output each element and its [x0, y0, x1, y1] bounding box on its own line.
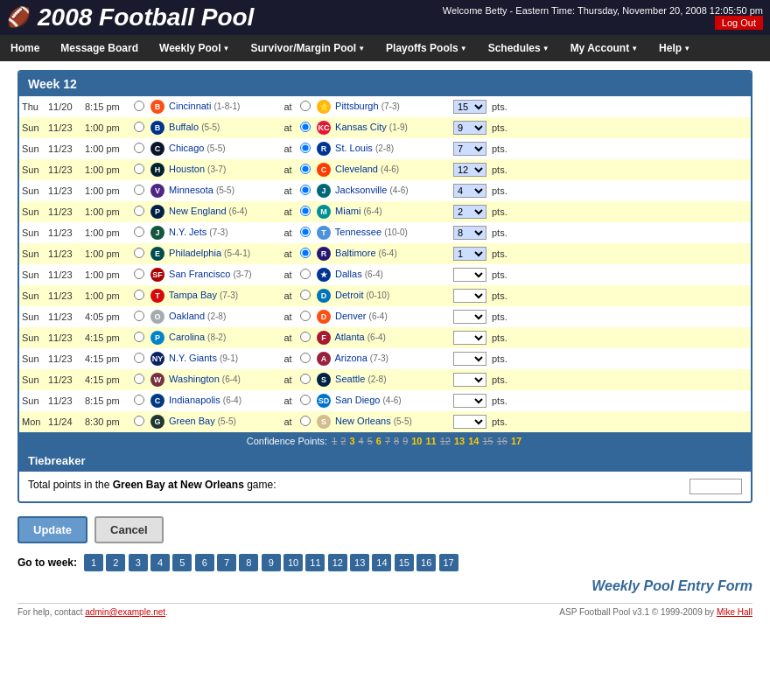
pts-select[interactable]: 12345678910111213141516	[453, 352, 486, 366]
away-radio[interactable]	[300, 248, 311, 258]
nav-weekly-pool[interactable]: Weekly Pool ▼	[149, 35, 240, 61]
pts-select[interactable]: 12345678910111213141516	[453, 268, 486, 282]
home-radio[interactable]	[134, 227, 144, 237]
table-row: Sun 11/23 1:00 pm SF San Francisco (3-7)…	[19, 264, 751, 285]
home-radio[interactable]	[134, 206, 144, 216]
logout-button[interactable]: Log Out	[715, 16, 763, 30]
pts-select[interactable]: 12345678910111213141516	[453, 226, 486, 240]
game-time: 1:00 pm	[82, 285, 130, 306]
nav-help[interactable]: Help ▼	[648, 35, 701, 61]
away-radio[interactable]	[300, 332, 311, 342]
nav-message-board[interactable]: Message Board	[50, 35, 149, 61]
nav-survivor-margin[interactable]: Survivor/Margin Pool ▼	[240, 35, 375, 61]
week-link-8[interactable]: 8	[239, 554, 258, 571]
used-confidence-num: 16	[497, 436, 508, 446]
home-radio[interactable]	[134, 395, 144, 405]
nav-playoffs-pools[interactable]: Playoffs Pools ▼	[375, 35, 478, 61]
week-link-13[interactable]: 13	[350, 554, 369, 571]
away-team-logo: S	[317, 415, 331, 429]
week-link-2[interactable]: 2	[106, 554, 125, 571]
home-team-name: Buffalo	[169, 122, 199, 132]
pts-select[interactable]: 12345678910111213141516	[453, 331, 486, 345]
away-radio[interactable]	[300, 353, 311, 363]
away-radio[interactable]	[300, 311, 311, 321]
away-team-record: (6-4)	[365, 270, 383, 279]
admin-email-link[interactable]: admin@example.net	[85, 607, 165, 617]
home-radio[interactable]	[134, 122, 144, 132]
home-radio[interactable]	[134, 353, 144, 363]
author-link[interactable]: Mike Hall	[717, 607, 752, 617]
pts-select[interactable]: 12345678910111213141516	[453, 394, 486, 408]
week-link-7[interactable]: 7	[217, 554, 236, 571]
tiebreaker-input[interactable]	[690, 479, 742, 494]
pts-select[interactable]: 12345678910111213141516	[453, 142, 486, 156]
week-link-15[interactable]: 15	[395, 554, 414, 571]
week-link-5[interactable]: 5	[172, 554, 192, 571]
pts-select[interactable]: 12345678910111213141516	[453, 415, 486, 429]
away-team-cell: R Baltimore (6-4)	[314, 243, 445, 264]
update-button[interactable]: Update	[18, 516, 88, 543]
home-team-logo: C	[150, 142, 164, 156]
week-link-6[interactable]: 6	[195, 554, 214, 571]
week-link-14[interactable]: 14	[372, 554, 391, 571]
away-radio[interactable]	[300, 395, 311, 405]
week-link-12[interactable]: 12	[328, 554, 347, 571]
pts-select[interactable]: 12345678910111213141516	[453, 121, 486, 135]
home-team-logo: E	[150, 247, 164, 261]
away-team-cell: A Arizona (7-3)	[314, 348, 445, 369]
away-radio[interactable]	[300, 374, 311, 384]
pts-select[interactable]: 12345678910111213141516	[453, 184, 486, 198]
home-team-logo: C	[150, 394, 164, 408]
home-team-cell: G Green Bay (5-5)	[148, 411, 279, 432]
home-radio[interactable]	[134, 143, 144, 153]
home-radio[interactable]	[134, 416, 144, 426]
home-radio[interactable]	[134, 269, 144, 279]
home-radio[interactable]	[134, 164, 144, 174]
week-link-1[interactable]: 1	[84, 554, 103, 571]
pts-select[interactable]: 12345678910111213141516	[453, 205, 486, 219]
away-team-logo: ★	[317, 268, 331, 282]
away-radio[interactable]	[300, 290, 311, 300]
at-label: at	[279, 159, 297, 180]
away-radio[interactable]	[300, 227, 311, 237]
away-radio[interactable]	[300, 269, 311, 279]
at-label: at	[279, 348, 297, 369]
home-radio[interactable]	[134, 374, 144, 384]
week-link-16[interactable]: 16	[416, 554, 436, 571]
home-radio[interactable]	[134, 185, 144, 195]
nav-schedules[interactable]: Schedules ▼	[478, 35, 560, 61]
pts-select[interactable]: 12345678910111213141516	[453, 289, 486, 303]
home-radio[interactable]	[134, 290, 144, 300]
pts-select[interactable]: 12345678910111213141516	[453, 100, 486, 114]
nav-home[interactable]: Home	[0, 35, 50, 61]
home-radio-cell	[130, 243, 148, 264]
week-link-10[interactable]: 10	[284, 554, 303, 571]
away-radio[interactable]	[300, 143, 311, 153]
away-radio[interactable]	[300, 101, 311, 111]
week-link-11[interactable]: 11	[305, 554, 325, 571]
pts-select[interactable]: 12345678910111213141516	[453, 163, 486, 177]
pts-cell: 12345678910111213141516	[445, 390, 489, 411]
away-radio[interactable]	[300, 185, 311, 195]
home-radio[interactable]	[134, 332, 144, 342]
pts-select[interactable]: 12345678910111213141516	[453, 310, 486, 324]
home-radio[interactable]	[134, 101, 144, 111]
away-radio[interactable]	[300, 416, 311, 426]
week-link-9[interactable]: 9	[262, 554, 281, 571]
home-radio[interactable]	[134, 311, 144, 321]
away-radio[interactable]	[300, 164, 311, 174]
cancel-button[interactable]: Cancel	[94, 516, 164, 543]
game-day: Sun	[19, 390, 46, 411]
away-radio-cell	[297, 159, 314, 180]
away-radio[interactable]	[300, 122, 311, 132]
used-confidence-num: 4	[359, 436, 364, 446]
pts-select[interactable]: 12345678910111213141516	[453, 247, 486, 261]
away-radio[interactable]	[300, 206, 311, 216]
week-link-4[interactable]: 4	[150, 554, 170, 571]
nav-my-account[interactable]: My Account ▼	[560, 35, 648, 61]
home-radio-cell	[130, 138, 148, 159]
home-radio[interactable]	[134, 248, 144, 258]
week-link-3[interactable]: 3	[129, 554, 148, 571]
pts-select[interactable]: 12345678910111213141516	[453, 373, 486, 387]
week-link-17[interactable]: 17	[439, 554, 458, 571]
